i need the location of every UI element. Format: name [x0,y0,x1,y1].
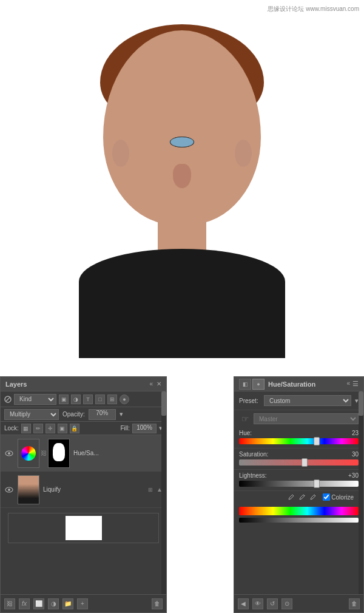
lock-artboard-btn[interactable]: ▣ [58,424,67,433]
fill-label: Fill: [120,425,130,432]
type-filter-btn[interactable]: T [83,395,93,404]
channel-select[interactable]: Master [254,413,359,424]
preset-select[interactable]: Custom [264,395,351,406]
add-adjustment-btn[interactable]: ◑ [48,598,59,609]
props-delete-btn[interactable]: 🗑 [349,598,360,609]
layer-liquify[interactable]: Liquify ⊞ ▲ [1,472,166,508]
empty-layer-area [1,508,166,541]
filter-icon [4,396,12,403]
ear-right [235,140,252,167]
color-strip-bottom [239,518,359,523]
props-previous-btn[interactable]: ◀ [238,598,249,609]
props-scroll-thumb[interactable] [359,391,363,416]
color-strip-container [234,503,363,526]
props-visibility-btn[interactable]: 👁 [252,598,263,609]
layers-bottom-bar: ⛓ fx ⬜ ◑ 📁 + 🗑 [1,594,166,612]
svg-text:+: + [303,493,306,497]
properties-bottom-bar: ◀ 👁 ↺ ⊙ 🗑 [234,594,363,612]
saturation-label-row: Saturation: 30 [239,451,359,458]
eyedropper-icon[interactable] [288,493,295,501]
fx-btn[interactable]: fx [19,598,30,609]
color-strip-top [239,507,359,515]
saturation-thumb[interactable] [302,458,308,467]
lock-paint-btn[interactable]: ✏ [33,424,43,433]
add-mask-btn[interactable]: ⬜ [33,598,44,609]
properties-header: ◧ ● Hue/Saturation « ☰ [234,377,363,391]
layers-header-icons: « ✕ [149,381,161,387]
hue-value: 23 [352,430,359,436]
props-scrollbar[interactable] [359,391,363,594]
lightness-track[interactable] [239,481,359,487]
double-arrow-icon: « [149,381,153,387]
white-layer-thumb [66,516,102,540]
circle-filter-btn[interactable]: ● [120,395,129,404]
photo-area: 思缘设计论坛 www.missvuan.com [0,0,364,376]
layer-hue-saturation[interactable]: ⛓ Hue/Sa... [1,435,166,472]
lock-row: Lock: ▦ ✏ ✛ ▣ 🔒 Fill: 100% ▾ [1,422,166,435]
finger-tool-icon[interactable]: ☞ [239,413,251,425]
prop-icon-adjustment[interactable]: ◧ [239,379,251,390]
eyedropper-plus-icon[interactable]: + [298,493,306,501]
layers-filter-toolbar: Kind ▣ ◑ T □ ⊞ ● [1,391,166,407]
opacity-value[interactable]: 70% [89,409,116,420]
smartobj-filter-btn[interactable]: ⊞ [107,395,117,404]
saturation-value: 30 [352,451,359,458]
layers-panel-header: Layers « ✕ [1,377,166,391]
new-layer-btn[interactable]: + [77,598,88,609]
liquify-visibility-icon[interactable] [4,485,14,495]
adjustment-filter-btn[interactable]: ◑ [71,395,81,404]
kind-select[interactable]: Kind [14,394,56,405]
smart-object-icon: ⊞ [148,487,153,493]
hue-label-row: Hue: 23 [239,430,359,436]
watermark: 思缘设计论坛 www.missvuan.com [268,5,359,13]
colorize-row: + - Colorize [234,491,363,503]
eye-right [170,137,194,147]
saturation-slider-row: Saturation: 30 [234,449,363,470]
layers-scrollbar[interactable] [161,391,166,594]
layers-scroll-thumb[interactable] [161,391,166,416]
lightness-label-row: Lightness: +30 [239,472,359,479]
props-view-btn[interactable]: ⊙ [281,598,292,609]
hue-label: Hue: [239,430,252,436]
ear-left [112,140,129,167]
lightness-value: +30 [348,472,359,479]
link-layers-btn[interactable]: ⛓ [4,598,15,609]
hue-thumb[interactable] [314,437,320,445]
close-icon[interactable]: ✕ [157,381,161,387]
person-photo [0,0,364,376]
collapse-icon[interactable]: « [346,380,350,388]
layers-title: Layers [5,381,27,388]
properties-menu-icon[interactable]: ☰ [352,380,359,388]
lock-transparent-btn[interactable]: ▦ [21,424,31,433]
add-group-btn[interactable]: 📁 [62,598,73,609]
lock-all-btn[interactable]: 🔒 [70,424,79,433]
svg-point-5 [8,489,10,491]
lightness-thumb[interactable] [314,479,320,488]
lock-label: Lock: [4,425,19,432]
visibility-eye-icon[interactable] [4,449,14,458]
lock-move-btn[interactable]: ✛ [46,424,55,433]
props-reset-btn[interactable]: ↺ [267,598,278,609]
lightness-slider-row: Lightness: +30 [234,470,363,491]
hue-track[interactable] [239,438,359,444]
blend-mode-select[interactable]: Multiply [4,409,59,420]
eyedropper-minus-icon[interactable]: - [309,493,317,501]
shape-filter-btn[interactable]: □ [95,395,105,404]
delete-layer-btn[interactable]: 🗑 [152,598,163,609]
saturation-track[interactable] [239,459,359,466]
lightness-label: Lightness: [239,472,267,479]
prop-icon-group: ◧ ● [239,379,265,390]
fill-value[interactable]: 100% [132,424,157,433]
pixel-filter-btn[interactable]: ▣ [59,395,69,404]
panels-area: Layers « ✕ Kind ▣ ◑ T □ ⊞ ● Multi [0,376,364,613]
preset-row: Preset: Custom ▾ [234,391,363,410]
saturation-label: Saturation: [239,451,268,458]
prop-icon-active[interactable]: ● [252,379,265,390]
properties-panel: ◧ ● Hue/Saturation « ☰ Preset: Custom ▾ … [234,376,364,613]
preset-label: Preset: [239,398,260,404]
colorize-checkbox[interactable] [323,493,330,501]
chain-link-icon: ⛓ [41,450,47,456]
hue-slider-row: Hue: 23 [234,427,363,449]
opacity-arrow-icon[interactable]: ▾ [120,410,123,418]
svg-point-3 [8,452,10,455]
